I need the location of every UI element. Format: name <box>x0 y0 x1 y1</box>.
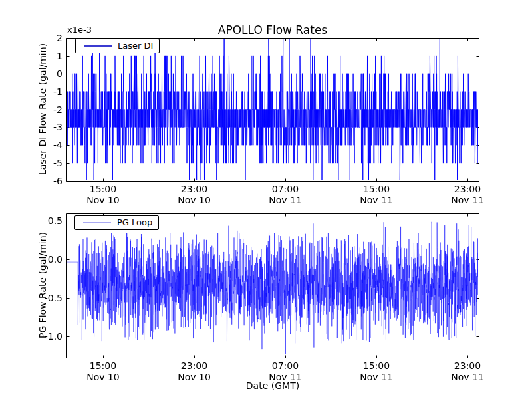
legend-label-pg-loop: PG Loop <box>117 216 152 229</box>
x-tick-label: 23:00Nov 11 <box>438 360 497 383</box>
y-tick-label: -5 <box>27 157 63 169</box>
figure: APOLLO Flow Rates x1e-3 Laser DI Flow Ra… <box>0 0 532 399</box>
x-tick-label: 15:00Nov 10 <box>73 184 133 206</box>
y-tick-label: 1 <box>27 50 63 62</box>
x-tick-label: 23:00Nov 10 <box>164 184 224 206</box>
legend-pg-loop: PG Loop <box>74 215 159 230</box>
x-tick-label: 07:00Nov 11 <box>255 360 315 383</box>
y-tick-label: 0.0 <box>27 253 63 265</box>
x-tick-label: 15:00Nov 11 <box>346 184 406 206</box>
x-tick-label: 23:00Nov 11 <box>438 184 497 206</box>
y-tick-label: -6 <box>27 175 63 187</box>
x-tick-label: 15:00Nov 10 <box>73 360 133 383</box>
y-tick-label: -2 <box>27 104 63 116</box>
y-axis-offset-text: x1e-3 <box>67 25 92 35</box>
y-tick-label: -0.5 <box>27 292 63 304</box>
pg-loop-line-swatch <box>83 222 111 223</box>
laser-di-line-swatch <box>84 45 112 47</box>
y-tick-label: 2 <box>27 32 63 44</box>
chart-title: APOLLO Flow Rates <box>66 23 479 37</box>
y-tick-label: 0 <box>27 68 63 80</box>
y-tick-label: -4 <box>27 139 63 151</box>
legend-label-laser-di: Laser DI <box>118 39 153 53</box>
legend-laser-di: Laser DI <box>75 39 160 53</box>
x-tick-label: 07:00Nov 11 <box>255 184 315 206</box>
bottom-y-axis-label: PG Flow Rate (gal/min) <box>37 179 49 392</box>
y-tick-label: -1.0 <box>27 331 63 342</box>
y-tick-label: -1 <box>27 86 63 98</box>
x-tick-label: 23:00Nov 10 <box>164 360 224 383</box>
y-tick-label: 0.5 <box>27 215 63 227</box>
x-tick-label: 15:00Nov 11 <box>346 360 406 383</box>
y-tick-label: -3 <box>27 121 63 133</box>
